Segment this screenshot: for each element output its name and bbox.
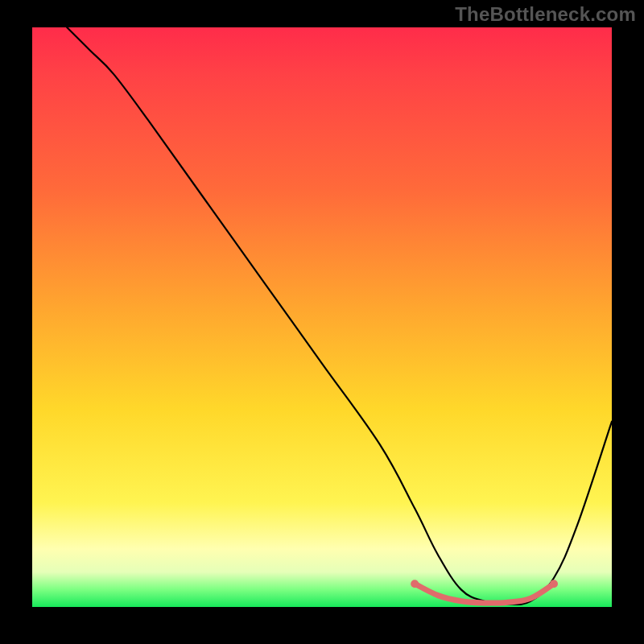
highlight-endpoint-right <box>550 580 558 588</box>
plot-area <box>32 27 612 607</box>
curve-svg <box>32 27 612 607</box>
chart-canvas: TheBottleneck.com <box>0 0 644 644</box>
highlight-valley-segment <box>415 584 554 603</box>
bottleneck-curve <box>67 27 612 605</box>
highlight-endpoint-left <box>411 580 419 588</box>
watermark-text: TheBottleneck.com <box>455 3 636 26</box>
